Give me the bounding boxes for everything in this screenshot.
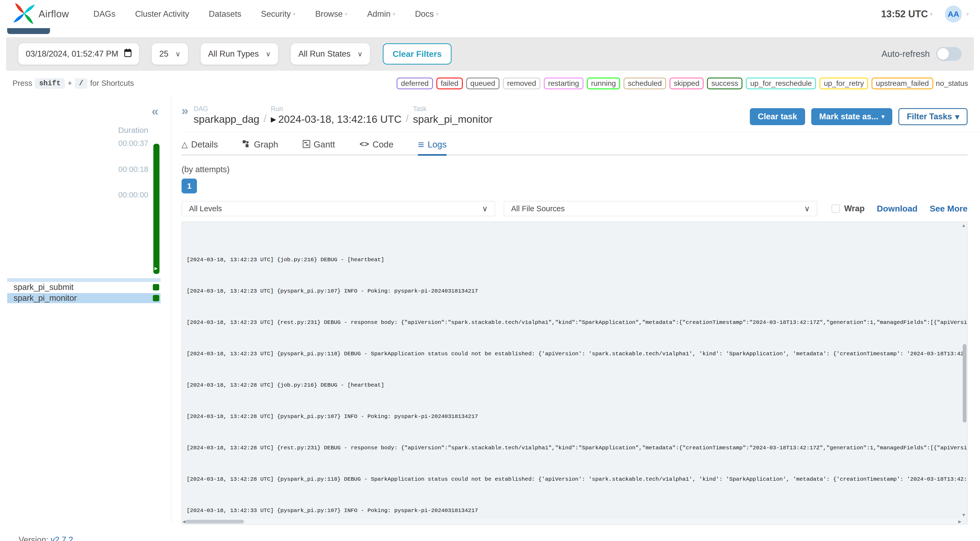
- log-level-select[interactable]: All Levels ∨: [181, 201, 495, 216]
- base-date-input[interactable]: 03/18/2024, 01:52:47 PM: [18, 43, 139, 65]
- download-logs-link[interactable]: Download: [877, 204, 918, 214]
- utc-clock[interactable]: 13:52 UTC ▾: [881, 8, 933, 20]
- breadcrumb-dag-value[interactable]: sparkapp_dag: [194, 113, 259, 125]
- airflow-logo[interactable]: Airflow: [13, 2, 69, 26]
- log-line: [2024-03-18, 13:42:28 UTC] {rest.py:231}…: [186, 444, 967, 452]
- chevron-down-icon: ▾: [345, 11, 347, 17]
- task-state-square-success[interactable]: [153, 284, 159, 290]
- state-badge[interactable]: scheduled: [624, 78, 666, 89]
- state-badge[interactable]: queued: [466, 78, 500, 89]
- shortcut-hint: Press shift + / for Shortcuts: [13, 78, 134, 89]
- log-line: [2024-03-18, 13:42:23 UTC] {pyspark_pi.p…: [186, 287, 967, 295]
- by-attempts-label: (by attempts): [181, 165, 980, 174]
- details-icon: △: [181, 140, 188, 148]
- state-badge[interactable]: skipped: [670, 78, 704, 89]
- tab-details[interactable]: △ Details: [181, 139, 218, 156]
- file-source-select[interactable]: All File Sources ∨: [504, 201, 817, 216]
- state-badge[interactable]: upstream_failed: [872, 78, 933, 89]
- state-badge[interactable]: running: [587, 78, 620, 89]
- state-badge[interactable]: success: [707, 78, 742, 89]
- state-badge[interactable]: up_for_reschedule: [746, 78, 816, 89]
- state-badge[interactable]: restarting: [544, 78, 584, 89]
- shortcut-legend-row: Press shift + / for Shortcuts deferred f…: [0, 71, 980, 96]
- chevron-down-icon: ∨: [482, 204, 488, 213]
- state-badge[interactable]: up_for_retry: [819, 78, 868, 89]
- version-link[interactable]: v2.7.2: [51, 535, 73, 541]
- subnav-strip: [0, 28, 980, 37]
- page-size-select[interactable]: 25 ∨: [152, 43, 188, 65]
- breadcrumb-run-value[interactable]: ▶ 2024-03-18, 13:42:16 UTC: [271, 113, 402, 125]
- nav-menu: DAGs Cluster Activity Datasets Security …: [94, 9, 439, 19]
- duration-tick: 00:00:37: [118, 139, 148, 148]
- code-icon: <>: [360, 140, 369, 148]
- tab-code[interactable]: <> Code: [360, 139, 393, 156]
- avatar[interactable]: AA: [945, 6, 962, 22]
- scroll-down-icon[interactable]: ▼: [961, 512, 966, 518]
- nav-menu-item[interactable]: Cluster Activity: [135, 9, 189, 19]
- breadcrumb-dag-label: DAG: [194, 105, 259, 113]
- horizontal-scrollbar[interactable]: ◀ ▶: [182, 519, 962, 524]
- task-row-spark-pi-monitor[interactable]: spark_pi_monitor: [7, 293, 161, 303]
- attempt-1-button[interactable]: 1: [181, 178, 197, 193]
- nav-menu-item[interactable]: DAGs: [94, 9, 116, 19]
- wrap-checkbox[interactable]: [831, 204, 840, 213]
- toggle-knob: [937, 48, 949, 60]
- version-label: Version:: [19, 535, 48, 541]
- horizontal-scrollbar-thumb[interactable]: [186, 520, 244, 523]
- tab-gantt[interactable]: Gantt: [303, 139, 335, 156]
- see-more-link[interactable]: See More: [930, 204, 967, 214]
- expand-panel-icon[interactable]: »: [181, 103, 188, 125]
- nav-menu-item[interactable]: Docs ▾: [415, 9, 439, 19]
- filter-tasks-button[interactable]: Filter Tasks ▾: [899, 108, 967, 125]
- nav-menu-item[interactable]: Security ▾: [261, 9, 296, 19]
- breadcrumb-run: Run ▶ 2024-03-18, 13:42:16 UTC: [271, 105, 402, 125]
- brand-name: Airflow: [38, 8, 69, 20]
- chevron-down-icon: ▾: [436, 11, 439, 17]
- chevron-down-icon: ∨: [175, 50, 180, 58]
- nav-menu-item[interactable]: Datasets: [209, 9, 241, 19]
- breadcrumb-task-value[interactable]: spark_pi_monitor: [413, 113, 492, 125]
- auto-refresh-control: Auto-refresh: [881, 47, 962, 61]
- task-row-spark-pi-submit[interactable]: spark_pi_submit: [7, 282, 161, 292]
- state-badge[interactable]: removed: [503, 78, 540, 89]
- state-badge[interactable]: deferred: [396, 78, 433, 89]
- state-legend: deferred failed queued removed restartin…: [396, 78, 933, 89]
- nav-menu-item[interactable]: Browse ▾: [315, 9, 347, 19]
- log-line: [2024-03-18, 13:42:33 UTC] {pyspark_pi.p…: [186, 507, 967, 514]
- no-status-label[interactable]: no_status: [936, 79, 968, 88]
- chevron-down-icon: ▾: [966, 11, 969, 17]
- clear-filters-button[interactable]: Clear Filters: [383, 43, 452, 65]
- duration-axis-label: Duration: [118, 126, 148, 135]
- tab-graph[interactable]: Graph: [242, 139, 278, 156]
- mark-state-button[interactable]: Mark state as... ▾: [811, 108, 892, 125]
- run-states-select[interactable]: All Run States ∨: [291, 43, 370, 65]
- task-state-square-success[interactable]: [153, 295, 159, 301]
- vertical-scrollbar-thumb[interactable]: [963, 344, 966, 423]
- dag-run-duration-bar[interactable]: ▶: [153, 144, 159, 274]
- nav-menu-item[interactable]: Admin ▾: [367, 9, 395, 19]
- logs-icon: ≡: [418, 139, 424, 150]
- scroll-right-icon[interactable]: ▶: [958, 519, 961, 524]
- clear-task-button[interactable]: Clear task: [750, 108, 805, 125]
- log-output-panel[interactable]: [2024-03-18, 13:42:23 UTC] {job.py:216} …: [181, 221, 967, 525]
- clipped-button-fragment[interactable]: [7, 28, 50, 34]
- duration-tick: 00:00:18: [118, 165, 148, 174]
- airflow-pinwheel-icon: [13, 2, 36, 26]
- wrap-label: Wrap: [844, 204, 865, 213]
- calendar-icon[interactable]: [124, 49, 132, 59]
- log-controls: All Levels ∨ All File Sources ∨ Wrap Dow…: [181, 201, 967, 216]
- run-types-select[interactable]: All Run Types ∨: [200, 43, 278, 65]
- breadcrumb-dag: DAG sparkapp_dag: [194, 105, 259, 125]
- collapse-sidebar-icon[interactable]: «: [151, 104, 158, 118]
- scroll-up-icon[interactable]: ▲: [961, 223, 966, 228]
- graph-icon: [242, 140, 250, 150]
- tab-logs[interactable]: ≡ Logs: [418, 139, 447, 156]
- state-badge[interactable]: failed: [436, 78, 463, 89]
- chevron-down-icon: ∨: [804, 204, 810, 213]
- log-line: [2024-03-18, 13:42:28 UTC] {job.py:216} …: [186, 381, 967, 389]
- scroll-left-icon[interactable]: ◀: [182, 519, 186, 524]
- selected-run-strip: [7, 278, 161, 282]
- task-list: spark_pi_submit spark_pi_monitor: [7, 282, 161, 304]
- log-lines: [2024-03-18, 13:42:23 UTC] {job.py:216} …: [182, 222, 967, 514]
- auto-refresh-toggle[interactable]: [936, 47, 962, 61]
